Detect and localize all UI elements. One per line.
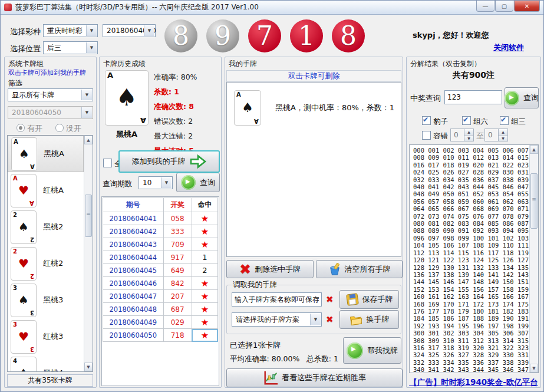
- spade-icon: ♠: [11, 366, 36, 372]
- card-list-item[interactable]: A ♥ A 红桃A: [8, 172, 84, 209]
- switch-hand-button[interactable]: 换手牌: [339, 310, 399, 329]
- scrollbar-thumb[interactable]: [85, 195, 92, 237]
- card-name: 黑桃3: [43, 295, 63, 305]
- filter-label: 筛选: [8, 78, 22, 88]
- lottery-ball: 8: [164, 19, 197, 52]
- table-row[interactable]: 20180604048 687 ★: [103, 303, 218, 316]
- table-row[interactable]: 20180604042 333 ★: [103, 225, 218, 238]
- heart-icon: ♥: [11, 183, 36, 197]
- card-list-item[interactable]: 3 ♥ 3 红桃3: [8, 318, 84, 355]
- scroll-up-icon[interactable]: ▲: [530, 145, 538, 154]
- table-row[interactable]: 20180604045 649 2: [103, 264, 218, 277]
- lottery-type-select[interactable]: 重庆时时彩 ▼: [43, 24, 98, 37]
- minimize-button[interactable]: —: [476, 1, 494, 12]
- prize-query-label: 中奖查询: [410, 93, 441, 104]
- show-all-cards-select[interactable]: 显示所有卡牌 ▼: [8, 88, 93, 101]
- delete-selected-button[interactable]: ✖ 删除选中手牌: [226, 260, 314, 278]
- card-list: A ♠ A 黑桃A A ♥ A 红桃A 2 ♠ 2: [7, 135, 93, 372]
- ad-link[interactable]: 【广告】时时彩1940奖金-欧亿平台: [407, 377, 540, 388]
- double-click-delete-hint: 双击卡牌可删除: [226, 70, 401, 82]
- folder-icon: [350, 313, 363, 326]
- scrollbar-thumb[interactable]: [530, 173, 538, 229]
- hand-card-entry[interactable]: A ♠ A 黑桃A，测中机率：80%，杀数：1: [227, 83, 401, 126]
- baozi-checkbox[interactable]: 豹子: [422, 116, 448, 127]
- spinner-down-icon[interactable]: ▼: [464, 136, 473, 141]
- play-icon: [347, 342, 363, 359]
- playing-card: 2 ♠ 2: [11, 210, 37, 244]
- spinner-up-icon[interactable]: ▲: [464, 129, 473, 136]
- plan-name-input[interactable]: [232, 292, 322, 307]
- table-row[interactable]: 20180604041 058 ★: [103, 212, 218, 225]
- lottery-type-label: 选择彩种: [10, 27, 41, 37]
- clear-input-icon[interactable]: ✖: [326, 294, 334, 305]
- spinner-down-icon[interactable]: ▼: [499, 136, 507, 141]
- star-icon: ★: [201, 213, 209, 224]
- radio-no-draw[interactable]: 没开: [55, 123, 81, 134]
- hand-card-list: A ♠ A 黑桃A，测中机率：80%，杀数：1: [226, 82, 401, 257]
- clear-select-icon[interactable]: ✖: [326, 314, 334, 325]
- scroll-down-icon[interactable]: ▼: [530, 364, 538, 373]
- panel-title: 我的手牌: [229, 59, 257, 69]
- zusan-checkbox[interactable]: 组三: [500, 116, 526, 127]
- table-row[interactable]: 20180604046 842 ★: [103, 277, 218, 290]
- close-button[interactable]: ✕: [514, 1, 540, 12]
- card-list-item[interactable]: 4 ♠ 4 黑桃4: [8, 355, 84, 372]
- add-to-hand-button[interactable]: 添加到我的手牌: [118, 150, 220, 173]
- checkbox-icon: [103, 159, 112, 167]
- prize-query-input[interactable]: [444, 90, 502, 104]
- table-row[interactable]: 20180604043 709 ★: [103, 238, 218, 251]
- tolerance-to-spinner[interactable]: 0 ▲▼: [484, 129, 508, 141]
- app-icon: [4, 4, 12, 11]
- stat-accuracy: 准确率: 80%: [154, 73, 197, 83]
- system-cards-panel: 系统卡牌组 双击卡牌可添加到我的手牌 筛选 显示所有卡牌 ▼ 201806040…: [4, 57, 97, 388]
- spade-icon: ♠: [235, 100, 261, 115]
- radio-has-draw[interactable]: 有开: [17, 123, 42, 134]
- table-row[interactable]: 20180604050 718 ★: [103, 329, 218, 342]
- table-header-row: 期号 开奖 命中: [103, 198, 218, 212]
- zuliu-checkbox[interactable]: 组六: [462, 116, 488, 127]
- recent-winrate-button[interactable]: 看看这些手牌在近期胜率: [226, 368, 403, 387]
- table-row[interactable]: 20180604049 029 ★: [103, 316, 218, 329]
- close-software-link[interactable]: 关闭软件: [493, 42, 524, 53]
- find-cards-button[interactable]: 帮我找牌: [343, 337, 401, 364]
- issue-select[interactable]: 20180604050 ▼: [103, 24, 156, 37]
- spinner-up-icon[interactable]: ▲: [499, 129, 507, 136]
- query-period-select[interactable]: 10 ▼: [139, 176, 173, 189]
- card-list-item[interactable]: 3 ♠ 3 黑桃3: [8, 282, 84, 318]
- save-hand-button[interactable]: 保存手牌: [339, 290, 399, 309]
- rongcuo-checkbox[interactable]: 容错: [422, 131, 448, 141]
- playing-card: 4 ♠ 4: [11, 357, 37, 373]
- history-card: A ♠ A: [105, 70, 149, 126]
- clear-all-button[interactable]: 清空所有手牌: [316, 260, 403, 278]
- chevron-down-icon: ▼: [161, 177, 172, 188]
- spade-icon: ♠: [11, 220, 36, 234]
- floppy-disk-icon: [346, 293, 359, 306]
- lottery-ball: 1: [290, 19, 323, 52]
- card-list-item[interactable]: 2 ♠ 2 黑桃2: [8, 209, 84, 245]
- table-row[interactable]: 20180604044 917 1: [103, 251, 218, 264]
- issue-filter-select[interactable]: 20180604050 ▼: [8, 106, 93, 119]
- user-greeting: skypj，您好！欢迎您: [413, 30, 489, 41]
- position-select[interactable]: 后三 ▼: [43, 41, 98, 54]
- scroll-up-icon[interactable]: ▲: [84, 136, 93, 144]
- playing-card: 3 ♠ 3: [11, 284, 37, 317]
- maximize-button[interactable]: ▢: [495, 1, 513, 12]
- card-list-scrollbar[interactable]: ▲ ▼: [84, 136, 93, 371]
- checkbox-icon: [422, 131, 431, 140]
- chevron-down-icon: ▼: [144, 25, 154, 36]
- radio-icon: [55, 124, 64, 132]
- to-label: 至: [476, 131, 484, 141]
- lottery-ball: 9: [206, 19, 239, 52]
- card-list-item[interactable]: A ♠ A 黑桃A: [8, 136, 84, 172]
- prize-query-button[interactable]: 查询: [505, 87, 539, 108]
- table-row[interactable]: 20180604047 207 ★: [103, 290, 218, 303]
- history-query-button[interactable]: 查询: [176, 173, 220, 192]
- stat-kill-count: 杀数: 1: [154, 87, 179, 97]
- results-numbers-area[interactable]: 000 001 002 003 004 005 006 007 008 009 …: [413, 147, 529, 373]
- results-scrollbar[interactable]: ▲ ▼: [529, 145, 538, 373]
- plan-select[interactable]: 请选择我的手牌方案 ▼: [232, 312, 322, 327]
- scroll-down-icon[interactable]: ▼: [84, 363, 93, 371]
- tolerance-from-spinner[interactable]: 0 ▲▼: [450, 129, 474, 141]
- card-list-item[interactable]: 2 ♥ 2 红桃2: [8, 245, 84, 282]
- stat-correct-times: 准确次数: 8: [154, 102, 194, 112]
